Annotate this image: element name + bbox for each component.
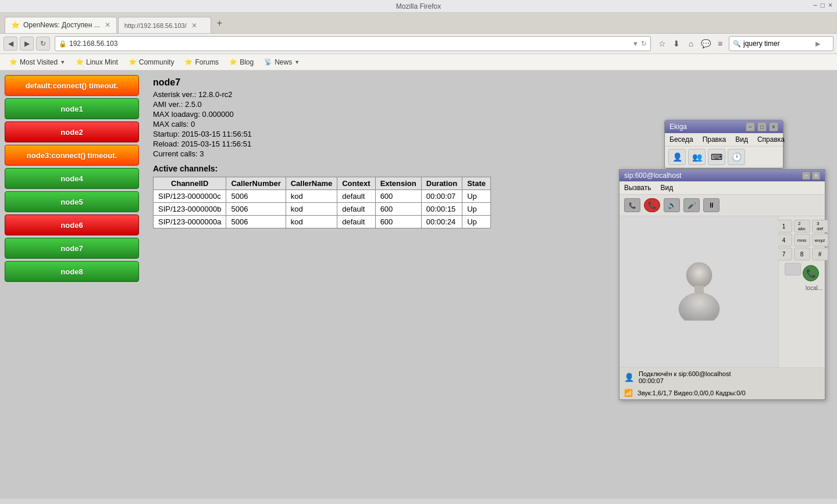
cell-row3-col3: kod [286,216,337,228]
node3-connect-button[interactable]: node3:connect() timeout. [5,145,139,166]
ekiga-menu-vid[interactable]: Вид [731,134,753,145]
bookmark-linux-mint[interactable]: ⭐ Linux Mint [71,57,123,67]
ekiga-menu-pravka[interactable]: Правка [698,134,731,145]
bookmark-star-icon[interactable]: ☆ [656,37,668,50]
tab-favicon-1: ⭐ [11,21,20,29]
node7-button[interactable]: node7 [5,238,139,259]
node4-button[interactable]: node4 [5,168,139,189]
ekiga-close-btn[interactable]: × [769,122,778,131]
bookmark-label-cm: Community [139,58,174,66]
svg-point-1 [679,293,720,321]
back-button[interactable]: ◀ [3,37,17,51]
node-default-connect-button[interactable]: default:connect() timeout. [5,75,139,96]
tab-2[interactable]: http://192.168.56.103/ ✕ [118,17,211,33]
table-row-2: SIP/123-0000000b5006koddefault60000:00:1… [154,203,491,216]
sip-title-btns: − × [802,171,820,180]
ekiga-tool-contacts[interactable]: 👥 [688,149,706,165]
bookmark-icon-bl: ⭐ [229,58,237,66]
sip-keypad: 1 2abc 3def 4 mno wxyz 7 8 # 📞 [778,216,825,367]
search-input[interactable] [743,40,813,48]
new-tab-button[interactable]: + [212,16,227,31]
sip-dialog: sip:600@localhost − × Вызвать Вид 📞 📞 🔊 … [619,169,825,400]
col-duration: Duration [421,177,462,190]
tab-close-2[interactable]: ✕ [191,22,197,30]
col-callernumber: CallerNumber [226,177,286,190]
sip-volume-btn[interactable]: 🔊 [664,198,680,212]
ekiga-menu-spravka[interactable]: Справка [753,134,789,145]
cell-row1-col7: Up [462,190,491,203]
chat-icon[interactable]: 💬 [699,37,712,50]
ekiga-tool-person[interactable]: 👤 [668,149,686,165]
node2-button[interactable]: node2 [5,121,139,142]
sip-hangup-btn[interactable]: 📞 [644,198,660,212]
keypad-hash[interactable]: # [812,248,828,260]
tab-close-1[interactable]: ✕ [105,21,111,29]
keypad-8[interactable]: 8 [794,248,810,260]
sip-titlebar: sip:600@localhost − × [619,170,825,181]
bookmarks-bar: ⭐ Most Visited ▼ ⭐ Linux Mint ⭐ Communit… [0,54,837,70]
tab-1[interactable]: ⭐ OpenNews: Доступен ... ✕ [5,17,117,33]
keypad-row-4: 📞 [785,263,819,281]
sip-status-bar: 👤 Подключён к sip:600@localhost 00:00:07 [619,367,825,387]
navbar: ◀ ▶ ↻ 🔒 ▼ ↻ ☆ ⬇ ⌂ 💬 ≡ 🔍 ▶ [0,34,837,54]
ekiga-tool-keypad[interactable]: ⌨ [708,149,725,165]
keypad-blank-left[interactable] [785,263,801,276]
sip-pause-btn[interactable]: ⏸ [703,198,720,212]
ekiga-tool-history[interactable]: 🕐 [728,149,745,165]
address-bar[interactable] [69,40,632,48]
download-icon[interactable]: ⬇ [670,37,683,50]
tabbar: ⭐ OpenNews: Доступен ... ✕ http://192.16… [0,13,837,34]
search-bar-wrapper: 🔍 ▶ [729,36,834,51]
bookmark-most-visited[interactable]: ⭐ Most Visited ▼ [5,57,70,67]
win-minimize[interactable]: − [813,1,817,9]
bookmark-arrow-nw: ▼ [294,59,300,65]
forward-button[interactable]: ▶ [20,37,34,51]
address-dropdown-icon[interactable]: ▼ [632,40,639,47]
keypad-call-btn[interactable]: 📞 [803,265,819,281]
sip-menu-view[interactable]: Вид [656,183,678,193]
menu-icon[interactable]: ≡ [714,37,726,50]
search-arrow-icon[interactable]: ▶ [815,40,820,48]
node1-button[interactable]: node1 [5,98,139,119]
channels-table: ChannelID CallerNumber CallerName Contex… [153,177,491,228]
keypad-row-1: 1 2abc 3def [776,220,828,233]
keypad-2[interactable]: 2abc [794,220,810,233]
cell-row1-col6: 00:00:07 [421,190,462,203]
col-callername: CallerName [286,177,337,190]
cell-row3-col6: 00:00:24 [421,216,462,228]
keypad-3[interactable]: 3def [812,220,828,233]
sip-phone-gray-btn[interactable]: 📞 [624,198,640,212]
sip-mic-btn[interactable]: 🎤 [683,198,700,212]
tab-title-1: OpenNews: Доступен ... [23,21,100,29]
ekiga-restore-btn[interactable]: □ [757,122,767,131]
ekiga-minimize-btn[interactable]: − [746,122,755,131]
node8-button[interactable]: node8 [5,261,139,282]
bookmark-community[interactable]: ⭐ Community [124,57,179,67]
ekiga-title-buttons: − □ × [746,122,778,131]
sip-audio-info: Звук:1,6/1,7 Видео:0,0/0,0 Кадры:0/0 [637,389,746,396]
sip-audio-bar: 📶 Звук:1,6/1,7 Видео:0,0/0,0 Кадры:0/0 [619,387,825,399]
sip-menu-call[interactable]: Вызвать [619,183,656,193]
node6-button[interactable]: node6 [5,215,139,235]
ekiga-menu-beseda[interactable]: Беседа [665,134,698,145]
home-icon[interactable]: ⌂ [685,37,697,50]
sip-minimize-btn[interactable]: − [802,171,810,180]
bookmark-forums[interactable]: ⭐ Forums [180,57,223,67]
keypad-6[interactable]: wxyz [812,234,828,246]
win-close[interactable]: × [828,1,832,9]
address-refresh-icon[interactable]: ↻ [641,40,647,48]
bookmark-arrow-mv: ▼ [60,59,65,65]
table-header-row: ChannelID CallerNumber CallerName Contex… [154,177,491,190]
cell-row2-col6: 00:00:15 [421,203,462,216]
bookmark-blog[interactable]: ⭐ Blog [225,57,258,67]
win-restore[interactable]: □ [821,1,825,9]
reload-button[interactable]: ↻ [36,37,50,51]
bookmark-icon-nw: 📡 [264,58,272,66]
node5-button[interactable]: node5 [5,191,139,212]
bookmark-news[interactable]: 📡 News ▼ [259,57,304,67]
sip-close-btn[interactable]: × [812,171,820,180]
ami-ver: AMI ver.: 2.5.0 [153,100,828,109]
col-channelid: ChannelID [154,177,226,190]
sip-controls: 📞 📞 🔊 🎤 ⏸ [619,195,825,216]
keypad-5[interactable]: mno [794,234,810,246]
